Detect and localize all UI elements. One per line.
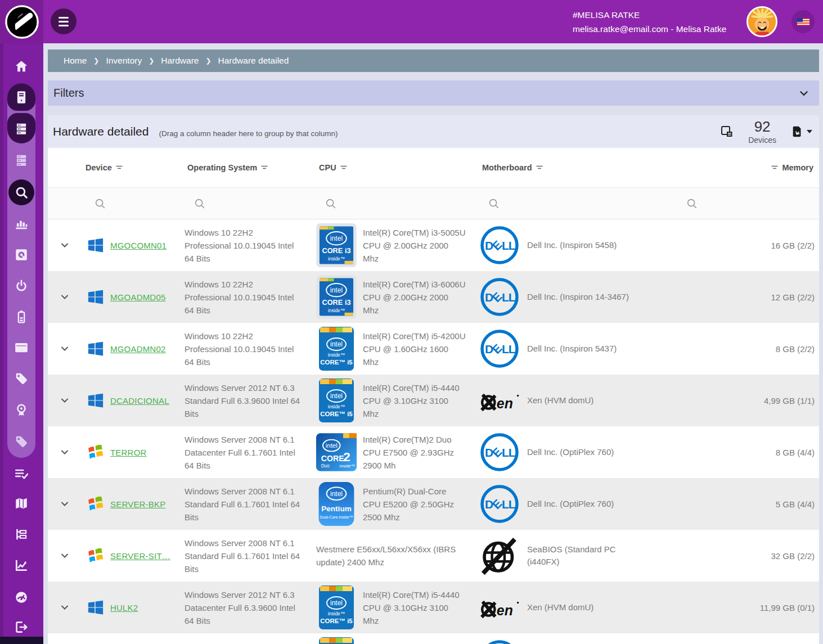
sidebar-item-search[interactable] — [7, 178, 35, 206]
server-rack-icon — [14, 153, 29, 168]
device-link[interactable]: MGOADMN02 — [110, 344, 165, 354]
cpu-text: Westmere E56xx/L56xx/X56xx (IBRS update)… — [316, 543, 479, 569]
sidebar-item-server-groups[interactable] — [7, 146, 35, 174]
motherboard-text: Dell Inc. (Inspiron 5437) — [527, 343, 628, 355]
gauge-icon — [14, 590, 29, 605]
computer-tower-icon — [14, 90, 29, 105]
intel-cpu-badge-icon — [316, 430, 357, 474]
filter-icon[interactable] — [536, 165, 543, 170]
search-memory-input[interactable] — [647, 197, 819, 210]
sidebar-item-tags[interactable] — [7, 364, 35, 393]
search-icon — [94, 197, 106, 210]
intel-cpu-badge-icon — [316, 586, 357, 629]
table-row: MGOADMD05 Windows 10 22H2 Professional 1… — [48, 271, 819, 323]
search-motherboard-input[interactable] — [479, 197, 647, 210]
sidebar-item-storage[interactable] — [7, 241, 35, 269]
sidebar-item-dashboard[interactable] — [7, 583, 35, 611]
row-expander[interactable] — [48, 241, 83, 250]
motherboard-vendor-icon — [479, 535, 520, 576]
row-expander[interactable] — [48, 396, 83, 405]
sidebar-item-software[interactable] — [7, 334, 35, 362]
search-device-input[interactable] — [83, 197, 185, 210]
chevron-down-icon[interactable] — [799, 88, 809, 98]
export-button[interactable] — [791, 125, 812, 138]
device-link[interactable]: HULK2 — [110, 603, 138, 613]
app-logo[interactable] — [0, 0, 43, 43]
search-cpu-input[interactable] — [316, 197, 479, 210]
memory-text: 8 GB (2/2) — [647, 344, 819, 354]
row-expander[interactable] — [48, 551, 83, 560]
column-header-os[interactable]: Operating System — [185, 163, 316, 172]
chevron-down-icon — [60, 551, 69, 560]
chevron-down-icon — [60, 344, 69, 353]
filters-panel-header[interactable]: Filters — [48, 80, 819, 106]
search-icon — [194, 197, 206, 210]
table-header-row: Device Operating System CPU Motherboard … — [48, 148, 819, 188]
column-header-motherboard[interactable]: Motherboard — [479, 163, 647, 172]
hamburger-menu-button[interactable] — [51, 8, 77, 34]
windows-logo-icon — [87, 599, 104, 616]
breadcrumb-home[interactable]: Home — [64, 56, 87, 66]
chevron-down-icon — [60, 241, 69, 250]
breadcrumb-hardware-detailed[interactable]: Hardware detailed — [218, 56, 289, 66]
sidebar-item-map[interactable] — [7, 489, 35, 517]
row-expander[interactable] — [48, 448, 83, 457]
cpu-text: Pentium(R) Dual-Core CPU E5200 @ 2.50GHz… — [363, 485, 479, 524]
column-chooser-button[interactable] — [720, 125, 734, 138]
user-avatar[interactable] — [746, 6, 777, 37]
device-link[interactable]: MGOCOMN01 — [110, 241, 167, 250]
sidebar-item-charts[interactable] — [7, 551, 35, 579]
column-header-memory[interactable]: Memory — [647, 163, 819, 172]
sidebar-item-computers[interactable] — [7, 83, 35, 111]
page-title: Hardware detailed — [53, 125, 149, 138]
device-count-label: Devices — [748, 136, 776, 144]
breadcrumb-inventory[interactable]: Inventory — [106, 56, 142, 66]
filter-icon[interactable] — [261, 165, 268, 170]
windows-logo-icon — [87, 289, 104, 305]
memory-text: 12 GB (2/2) — [647, 292, 819, 302]
device-link[interactable]: SERVER-BKP — [110, 499, 165, 509]
row-expander[interactable] — [48, 292, 83, 301]
device-link[interactable]: TERROR — [110, 448, 147, 457]
device-link[interactable]: SERVER-SIT… — [110, 551, 170, 561]
sidebar-item-labels[interactable] — [7, 427, 35, 456]
sidebar-item-home[interactable] — [7, 52, 35, 80]
row-expander[interactable] — [48, 344, 83, 353]
row-expander[interactable] — [48, 603, 83, 612]
sidebar-item-certificates[interactable] — [7, 396, 35, 424]
breadcrumb-hardware[interactable]: Hardware — [161, 56, 199, 66]
os-text: Windows 10 22H2 Professional 10.0.19045 … — [185, 330, 316, 368]
sidebar-item-statistics[interactable] — [7, 209, 35, 237]
search-os-input[interactable] — [185, 197, 316, 210]
map-icon — [14, 496, 29, 511]
column-header-cpu[interactable]: CPU — [316, 163, 479, 172]
table-row: HULK2 Windows Server 2012 NT 6.3 Datacen… — [48, 582, 819, 633]
chevron-right-icon: ❯ — [205, 57, 211, 65]
filter-icon[interactable] — [340, 165, 347, 170]
filter-icon[interactable] — [771, 165, 778, 170]
memory-text: 8 GB (4/4) — [647, 448, 819, 457]
sidebar-item-tasks[interactable] — [7, 460, 35, 488]
filter-icon[interactable] — [116, 165, 123, 170]
device-link[interactable]: DCADICIONAL — [110, 396, 169, 406]
sidebar-item-tree[interactable] — [7, 520, 35, 548]
windows-logo-icon — [87, 392, 104, 409]
sidebar-item-power[interactable] — [7, 272, 35, 300]
device-link[interactable]: MGOADMD05 — [110, 292, 165, 302]
motherboard-vendor-icon — [479, 380, 520, 421]
row-expander[interactable] — [48, 499, 83, 508]
column-header-device[interactable]: Device — [83, 163, 185, 172]
windows-logo-icon — [87, 547, 104, 564]
chevron-down-icon — [60, 448, 69, 457]
language-flag-button[interactable] — [791, 10, 815, 33]
motherboard-vendor-icon — [479, 484, 520, 524]
search-icon — [488, 197, 500, 210]
sidebar-item-servers[interactable] — [7, 115, 35, 143]
device-count-number: 92 — [748, 119, 776, 134]
export-menu-caret[interactable] — [807, 130, 812, 133]
sidebar-item-battery[interactable] — [7, 303, 35, 331]
motherboard-text: Dell Inc. (Inspiron 5458) — [527, 239, 628, 251]
motherboard-text: SeaBIOS (Standard PC (i440FX) — [527, 543, 647, 568]
table-row: MGOADMN02 Windows 10 22H2 Professional 1… — [48, 323, 819, 375]
sidebar-footer-strip — [0, 637, 43, 644]
